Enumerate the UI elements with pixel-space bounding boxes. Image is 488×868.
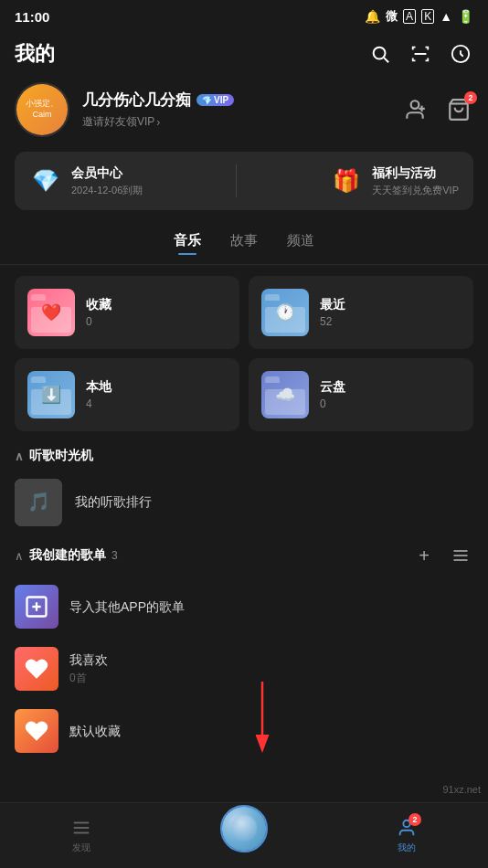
vip-card-right: 🎁 福利与活动 天天签到兑免费VIP — [330, 164, 459, 197]
time-machine-thumb — [15, 479, 62, 526]
discover-label: 发现 — [72, 842, 90, 854]
playlist-item-import[interactable]: 导入其他APP的歌单 — [0, 576, 488, 638]
profile-info: 几分伤心几分痴 💎 VIP 邀请好友领VIP › — [82, 90, 234, 130]
scan-button[interactable] — [408, 41, 433, 67]
page-title: 我的 — [15, 40, 55, 68]
time-machine-title: 听歌时光机 — [29, 448, 93, 464]
watermark: 91xz.net — [442, 784, 481, 795]
page-header: 我的 — [0, 33, 488, 79]
tab-story[interactable]: 故事 — [230, 232, 258, 253]
search-button[interactable] — [367, 41, 393, 67]
cloud-icon: ☁️ — [261, 371, 309, 418]
profile-icon: 2 — [396, 817, 418, 839]
time-machine-image — [15, 479, 62, 526]
vip-card-subtitle: 2024-12-06到期 — [71, 184, 143, 197]
profile-section: 小强定、Caim 几分伤心几分痴 💎 VIP 邀请好友领VIP › — [0, 79, 488, 152]
invite-arrow: › — [156, 116, 160, 129]
local-info: 本地 4 — [86, 379, 111, 410]
bottom-nav: 发现 2 我的 — [0, 802, 488, 868]
bag-button[interactable]: 2 — [444, 95, 473, 124]
vip-card-icon-right: 🎁 — [330, 164, 363, 197]
vip-card-text-right: 福利与活动 天天签到兑免费VIP — [372, 165, 459, 197]
vip-card-left: 💎 会员中心 2024-12-06到期 — [29, 164, 143, 197]
vip-label: VIP — [214, 95, 228, 105]
local-count: 4 — [86, 397, 111, 410]
profile-name: 几分伤心几分痴 — [82, 90, 191, 111]
status-bar: 11:00 🔔 微 A K ▲ 🔋 — [0, 0, 488, 33]
bell-icon: 🔔 — [365, 9, 380, 24]
profile-name-row: 几分伤心几分痴 💎 VIP — [82, 90, 234, 111]
time-machine-text: 我的听歌排行 — [75, 494, 152, 511]
cloud-info: 云盘 0 — [320, 379, 345, 410]
favorites-count: 0 — [86, 315, 111, 328]
local-name: 本地 — [86, 379, 111, 396]
cloud-name: 云盘 — [320, 379, 345, 396]
recent-count: 52 — [320, 315, 345, 328]
status-time: 11:00 — [15, 9, 49, 25]
discover-icon — [70, 817, 92, 839]
tabs-container: 音乐 故事 频道 — [0, 225, 488, 265]
battery-icon: 🔋 — [458, 9, 473, 24]
bag-badge: 2 — [464, 91, 477, 104]
favorites-name: 收藏 — [86, 297, 111, 313]
profile-label: 我的 — [398, 842, 416, 854]
add-friend-button[interactable] — [400, 95, 430, 124]
k-icon: K — [421, 9, 434, 24]
avatar-text: 小强定、Caim — [26, 99, 58, 120]
recent-info: 最近 52 — [320, 297, 345, 328]
tab-music[interactable]: 音乐 — [174, 232, 201, 253]
vip-badge: 💎 VIP — [196, 94, 234, 106]
cloud-count: 0 — [320, 397, 345, 410]
invite-text: 邀请好友领VIP — [82, 114, 154, 130]
red-arrow — [235, 682, 290, 758]
grid-card-favorites[interactable]: ❤️ 收藏 0 — [15, 276, 239, 349]
playlist-thumb-import — [15, 585, 58, 629]
playlist-thumb-default — [15, 709, 58, 753]
playlist-chevron: ∧ — [15, 549, 24, 563]
grid-card-local[interactable]: ⬇️ 本地 4 — [15, 358, 239, 431]
profile-invite[interactable]: 邀请好友领VIP › — [82, 114, 234, 130]
avatar[interactable]: 小强定、Caim — [15, 82, 69, 137]
playlist-name-like: 我喜欢 — [69, 652, 108, 667]
nav-center-avatar — [220, 805, 268, 852]
vip-diamond-icon: 💎 — [202, 96, 212, 105]
playlist-info-import: 导入其他APP的歌单 — [69, 598, 473, 616]
profile-right: 2 — [400, 95, 473, 124]
welfare-icon: 🎁 — [333, 168, 360, 194]
vip-card[interactable]: 💎 会员中心 2024-12-06到期 🎁 福利与活动 天天签到兑免费VIP — [15, 152, 473, 210]
grid-card-cloud[interactable]: ☁️ 云盘 0 — [249, 358, 473, 431]
nav-item-profile[interactable]: 2 我的 — [325, 817, 488, 854]
grid-card-recent[interactable]: 🕐 最近 52 — [249, 276, 473, 349]
favorites-info: 收藏 0 — [86, 297, 111, 328]
add-playlist-button[interactable]: + — [411, 543, 437, 568]
playlist-section-header: ∧ 我创建的歌单 3 + — [0, 534, 488, 576]
nav-item-discover[interactable]: 发现 — [0, 817, 163, 854]
status-icons: 🔔 微 A K ▲ 🔋 — [365, 8, 473, 25]
playlist-thumb-like — [15, 647, 58, 691]
nav-avatar-image — [222, 807, 266, 851]
profile-left: 小强定、Caim 几分伤心几分痴 💎 VIP 邀请好友领VIP › — [15, 82, 234, 137]
playlist-title: 我创建的歌单 — [29, 547, 106, 564]
wifi-icon: ▲ — [440, 9, 452, 24]
header-actions — [367, 41, 473, 67]
a-icon: A — [403, 9, 416, 24]
nav-center-profile[interactable] — [163, 820, 325, 852]
weibo-icon: 微 — [386, 8, 398, 25]
menu-button[interactable] — [448, 41, 473, 67]
favorites-icon: ❤️ — [27, 289, 75, 336]
grid-section: ❤️ 收藏 0 🕐 最近 52 ⬇️ 本地 4 — [0, 269, 488, 439]
tab-channel[interactable]: 频道 — [287, 232, 314, 253]
time-machine-header: ∧ 听歌时光机 — [0, 439, 488, 471]
playlist-menu-button[interactable] — [448, 543, 473, 568]
vip-divider — [236, 164, 237, 197]
svg-point-0 — [374, 48, 386, 59]
svg-line-1 — [384, 58, 388, 62]
profile-badge: 2 — [408, 813, 421, 826]
playlist-count: 3 — [111, 549, 118, 562]
playlist-section-left[interactable]: ∧ 我创建的歌单 3 — [15, 547, 118, 564]
time-machine-title-row[interactable]: ∧ 听歌时光机 — [15, 448, 93, 464]
vip-card-title: 会员中心 — [71, 165, 143, 182]
svg-point-3 — [411, 101, 419, 109]
time-machine-item[interactable]: 我的听歌排行 — [0, 471, 488, 534]
vip-welfare-subtitle: 天天签到兑免费VIP — [372, 184, 459, 197]
